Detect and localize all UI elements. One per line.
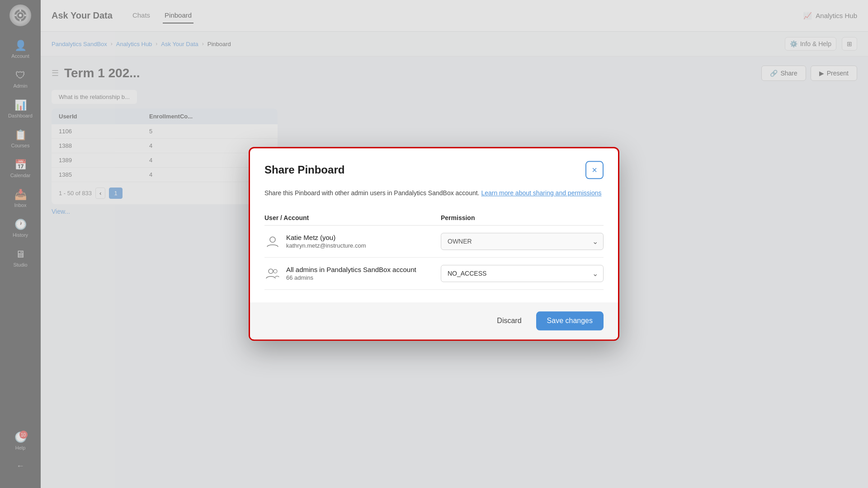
user-details-katie: Katie Metz (you) kathryn.metz@instructur…: [286, 234, 366, 249]
dialog-body: Share this Pinboard with other admin use…: [250, 188, 618, 302]
permission-select-admins[interactable]: OWNER EDITOR VIEWER NO_ACCESS: [441, 265, 604, 282]
user-name-katie: Katie Metz (you): [286, 234, 366, 242]
share-table-header: User / Account Permission: [264, 211, 604, 226]
dialog-title: Share Pinboard: [264, 164, 344, 176]
dialog-description-link[interactable]: Learn more about sharing and permissions: [481, 189, 601, 197]
permission-select-katie[interactable]: OWNER EDITOR VIEWER NO_ACCESS: [441, 233, 604, 250]
permission-select-admins-wrapper: OWNER EDITOR VIEWER NO_ACCESS ⌄: [441, 265, 604, 282]
user-info-admins: All admins in Pandalytics SandBox accoun…: [264, 266, 441, 282]
svg-point-7: [270, 237, 275, 243]
dialog-description: Share this Pinboard with other admin use…: [264, 188, 604, 198]
chevron-down-icon-katie: ⌄: [592, 237, 598, 246]
user-details-admins: All admins in Pandalytics SandBox accoun…: [286, 266, 416, 282]
user-avatar-katie: [264, 234, 281, 250]
share-row-admins: All admins in Pandalytics SandBox accoun…: [264, 258, 604, 290]
user-info-katie: Katie Metz (you) kathryn.metz@instructur…: [264, 234, 441, 250]
save-changes-button[interactable]: Save changes: [536, 312, 604, 331]
dialog-description-text: Share this Pinboard with other admin use…: [264, 189, 480, 197]
user-email-katie: kathryn.metz@instructure.com: [286, 243, 366, 249]
dialog-close-button[interactable]: ×: [585, 161, 604, 179]
col-permission-header: Permission: [441, 215, 604, 222]
share-row-katie: Katie Metz (you) kathryn.metz@instructur…: [264, 226, 604, 258]
permission-select-katie-wrapper: OWNER EDITOR VIEWER NO_ACCESS ⌄: [441, 233, 604, 250]
col-user-account-header: User / Account: [264, 215, 441, 222]
svg-point-8: [269, 269, 273, 274]
dialog-footer: Discard Save changes: [250, 303, 618, 340]
user-name-admins: All admins in Pandalytics SandBox accoun…: [286, 266, 416, 274]
share-pinboard-dialog: Share Pinboard × Share this Pinboard wit…: [249, 147, 619, 341]
discard-button[interactable]: Discard: [490, 313, 528, 330]
svg-point-9: [274, 270, 277, 273]
user-count-admins: 66 admins: [286, 275, 416, 282]
dialog-header: Share Pinboard ×: [250, 148, 618, 188]
user-avatar-admins: [264, 266, 281, 282]
